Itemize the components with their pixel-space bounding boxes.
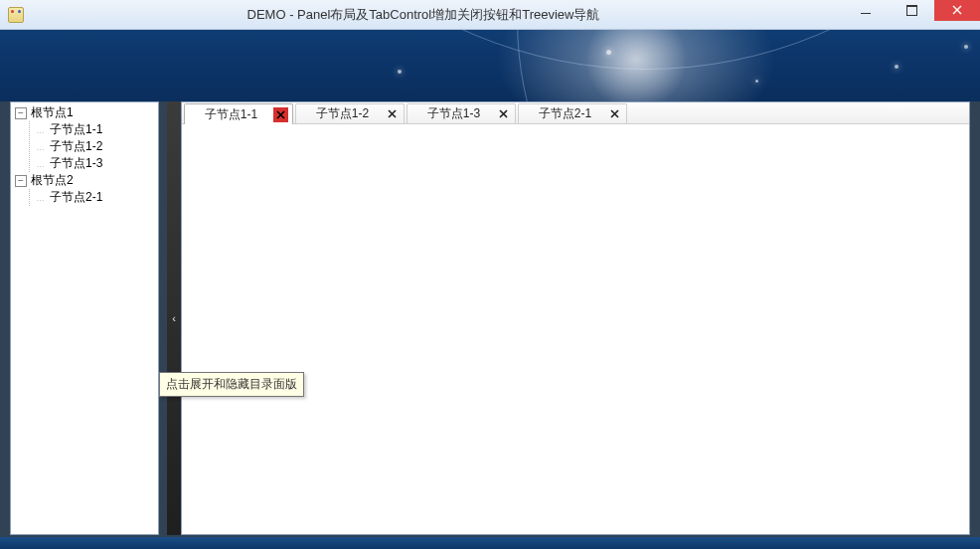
splitter-toggle[interactable]: ‹: [167, 101, 181, 535]
close-icon: [388, 109, 397, 118]
tree-node-label: 子节点2-1: [48, 189, 104, 206]
app-icon: [8, 7, 24, 23]
tab-label: 子节点1-1: [197, 106, 265, 123]
tree-root-node[interactable]: − 根节点2 子节点2-1: [11, 172, 158, 206]
tree-connector-icon: [32, 155, 48, 173]
header-banner: [0, 30, 980, 101]
window-title: DEMO - Panel布局及TabControl增加关闭按钮和Treeview…: [24, 6, 843, 24]
tab-strip: 子节点1-1 子节点1-2 子节点1-3 子节点2-1: [182, 102, 969, 124]
splitter-tooltip: 点击展开和隐藏目录面版: [159, 372, 304, 397]
tree-panel[interactable]: − 根节点1 子节点1-1 子节点1-2: [10, 101, 159, 535]
close-icon: [952, 5, 962, 15]
tab-label: 子节点1-3: [419, 105, 488, 122]
tree-node-label: 子节点1-1: [48, 121, 104, 138]
expand-collapse-icon[interactable]: −: [15, 175, 27, 187]
title-bar: DEMO - Panel布局及TabControl增加关闭按钮和Treeview…: [0, 0, 980, 30]
tree-connector-icon: [32, 121, 48, 139]
tab-close-button[interactable]: [273, 107, 288, 122]
tree-child-node[interactable]: 子节点1-2: [32, 138, 158, 155]
content-panel: 子节点1-1 子节点1-2 子节点1-3 子节点2-1: [181, 101, 970, 535]
maximize-button[interactable]: [889, 0, 934, 21]
close-icon: [499, 109, 508, 118]
tab-close-button[interactable]: [496, 106, 511, 121]
chevron-left-icon: ‹: [172, 312, 176, 324]
tree-connector-icon: [32, 189, 48, 207]
tab-close-button[interactable]: [385, 106, 400, 121]
navigation-tree: − 根节点1 子节点1-1 子节点1-2: [11, 104, 158, 206]
tree-node-label: 根节点1: [29, 104, 76, 121]
tab[interactable]: 子节点2-1: [518, 103, 627, 123]
tree-node-label: 子节点1-3: [48, 155, 104, 172]
tab-label: 子节点2-1: [531, 105, 599, 122]
tree-node-label: 子节点1-2: [48, 138, 104, 155]
tree-child-node[interactable]: 子节点2-1: [32, 189, 158, 206]
work-area: − 根节点1 子节点1-1 子节点1-2: [0, 101, 980, 537]
tree-node-label: 根节点2: [29, 172, 76, 189]
tab-label: 子节点1-2: [308, 105, 377, 122]
tab-close-button[interactable]: [607, 106, 622, 121]
minimize-button[interactable]: [843, 0, 889, 21]
tab[interactable]: 子节点1-1: [184, 103, 293, 124]
splitter-column: ‹ 点击展开和隐藏目录面版: [159, 101, 181, 535]
close-icon: [276, 110, 285, 119]
tree-root-node[interactable]: − 根节点1 子节点1-1 子节点1-2: [11, 104, 158, 172]
tab[interactable]: 子节点1-2: [295, 103, 405, 123]
expand-collapse-icon[interactable]: −: [15, 107, 27, 119]
tree-connector-icon: [32, 138, 48, 156]
tab[interactable]: 子节点1-3: [407, 103, 516, 123]
close-icon: [610, 109, 619, 118]
window-controls: [843, 0, 980, 29]
tree-child-node[interactable]: 子节点1-3: [32, 155, 158, 172]
tab-content-area: [182, 124, 969, 534]
close-window-button[interactable]: [934, 0, 980, 21]
status-bar: [0, 537, 980, 549]
tree-child-node[interactable]: 子节点1-1: [32, 121, 158, 138]
